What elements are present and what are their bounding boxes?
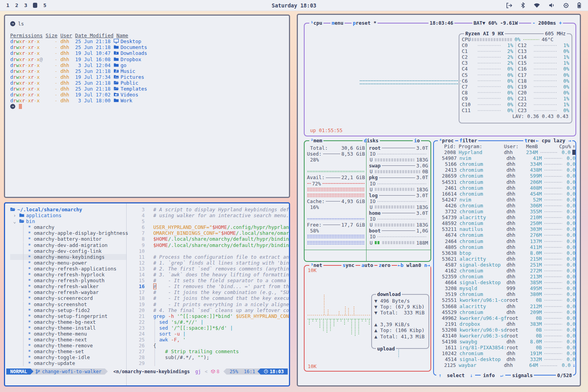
proc-row[interactable]: 54198swaybgdhh8.0M0.0 [434, 339, 575, 345]
cpu-time[interactable]: 18:03:46 [428, 20, 454, 26]
dir-name[interactable]: Desktop [121, 38, 142, 44]
proc-row[interactable]: 53211nautilusdhh303M0.0 [434, 226, 575, 232]
proc-row[interactable]: 2008Hyprlanddhh234M0.0 [434, 149, 575, 155]
tree-file[interactable]: │ * omarchy-theme-next [10, 337, 126, 343]
settings-icon[interactable] [563, 3, 569, 8]
interval-tab[interactable]: - 2000ms + [531, 20, 563, 26]
tree-file[interactable]: │ * omarchy-apple-display-brightness [10, 230, 126, 236]
workspace-1[interactable]: 1 [6, 2, 9, 8]
proc-row[interactable]: 3732chromiumdhh355M0.0 [434, 209, 575, 214]
dir-name[interactable]: Documents [121, 44, 147, 50]
proc-row[interactable]: 4162chromiumdhh272M0.0 [434, 268, 575, 274]
cpu-model[interactable]: Ryzen AI 9 HX [464, 31, 505, 36]
tree-root[interactable]: ~/.local/share/omarchy [10, 207, 126, 212]
tree-file[interactable]: │ * omarchy-setup-fido2 [10, 307, 126, 313]
tree-file[interactable]: │ * omarchy-refresh-applications [10, 266, 126, 272]
tree-file[interactable]: │ * omarchy-refresh-plymouth [10, 278, 126, 283]
proc-row[interactable]: 2464chromiumdhh137M0.0 [434, 238, 575, 244]
workspace-active[interactable] [33, 3, 37, 8]
disks-tab[interactable]: disks [363, 138, 380, 143]
proc-row[interactable]: 4674chromiumdhh276M0.0 [434, 232, 575, 238]
tree-dir-bin[interactable]: ⌄ bin [10, 218, 126, 224]
proc-row[interactable]: 2413chromiumdhh438M0.0 [434, 167, 575, 173]
proc-row[interactable]: 2125waybardhh64M0.0↓ [434, 362, 575, 368]
tree-file[interactable]: │ * omarchy [10, 224, 126, 230]
proc-row[interactable]: 4514signal-desktopdhh332M0.0 [434, 356, 575, 362]
tree-file[interactable]: │ * omarchy-theme-bg-next [10, 319, 126, 325]
io-tab[interactable]: io [413, 138, 421, 143]
preset-tab[interactable]: preset * [352, 20, 377, 26]
proc-row[interactable]: 4426chromiumdhh306M0.0 [434, 203, 575, 209]
filter-tab[interactable]: filter [458, 138, 478, 143]
mem-tab[interactable]: ²mem [309, 138, 323, 143]
workspace-3[interactable]: 3 [24, 2, 27, 8]
dir-name[interactable]: go [121, 62, 127, 68]
volume-icon[interactable] [549, 3, 555, 8]
menu-tab[interactable]: menu [330, 20, 345, 26]
tree-dir-applications[interactable]: › applications [10, 212, 126, 218]
proc-row[interactable]: 52551kworker/u96:1-coroot0B0.0 [434, 297, 575, 303]
proc-row[interactable]: 4587signal-desktopdhh251M0.0 [434, 262, 575, 268]
proc-row[interactable]: 54739alacrittydhh210M0.0 [434, 214, 575, 220]
git-branch[interactable]: change-wofi-to-walker [30, 368, 108, 375]
tree-file[interactable]: │ * omarchy-theme-remove [10, 343, 126, 348]
tree-file[interactable]: │ * omarchy-toggle-idle [10, 354, 126, 360]
proc-row[interactable]: 16614chromiumdhh454M0.0 [434, 191, 575, 197]
logout-icon[interactable] [506, 3, 512, 8]
tree-file[interactable]: │ * omarchy-refresh-hyprlock [10, 272, 126, 278]
proc-row[interactable]: 45529chromiumdhh209M0.0 [434, 309, 575, 315]
typed-command[interactable]: ls [18, 21, 24, 27]
proc-row[interactable]: 53638btopdhh8.0M0.0 [434, 250, 575, 256]
tree-file[interactable]: │ * omarchy-screenrecord [10, 295, 126, 301]
tree-file[interactable]: │ * omarchy-battery-monitor [10, 236, 126, 242]
tree-file[interactable]: │ * omarchy-screenshot [10, 301, 126, 307]
proc-row[interactable]: 2461chromiumdhh408M0.0 [434, 185, 575, 191]
tree-file[interactable]: │ * omarchy-theme-menu [10, 331, 126, 337]
dir-name[interactable]: Music [121, 68, 136, 74]
proc-row[interactable]: 1611irq/81-PIXA3854:root0B0.0 [434, 345, 575, 350]
tree-file[interactable]: │ * omarchy-dev-add-migration [10, 242, 126, 248]
tree-file[interactable]: │ * omarchy-refresh-walker [10, 283, 126, 289]
tree-file[interactable]: │ * omarchy-theme-install [10, 325, 126, 331]
proc-row[interactable]: 53668alacrittydhh212M0.0 [434, 303, 575, 309]
bluetooth-icon[interactable] [521, 2, 525, 8]
proc-row[interactable]: 54247nvimdhh52M0.0 [434, 197, 575, 203]
cpu-tab[interactable]: ¹cpu [309, 20, 323, 26]
workspace-2[interactable]: 2 [15, 2, 18, 8]
proc-row[interactable]: 3519chromiumdhh380M0.0 [434, 291, 575, 297]
battery-icon[interactable] [577, 2, 581, 8]
dir-name[interactable]: Videos [121, 92, 138, 98]
proc-row[interactable]: 53208kworker/u96:0-sdroot0B0.0 [434, 327, 575, 333]
dir-name[interactable]: Public [121, 80, 138, 86]
tree-file[interactable]: │ * omarchy-menu-keybindings [10, 254, 126, 260]
wifi-icon[interactable] [534, 3, 540, 8]
proc-row[interactable]: 53621alacrittydhh215M0.0 [434, 256, 575, 262]
proc-row[interactable]: 43140kworker/u96:3-sdroot0B0.0 [434, 333, 575, 339]
dir-name[interactable]: Downloads [121, 50, 147, 56]
dir-name[interactable]: Templates [121, 86, 147, 92]
proc-row[interactable]: 48592chromiumdhh250M0.0 [434, 220, 575, 226]
dir-name[interactable]: Work [121, 98, 132, 103]
workspace-5[interactable]: 5 [43, 2, 46, 8]
tree-file[interactable]: │ * omarchy-update [10, 360, 126, 366]
proc-row[interactable]: 2191dropboxdhh383M0.0 [434, 321, 575, 327]
tree-file[interactable]: │ * omarchy-setup-fingerprint [10, 313, 126, 319]
proc-row[interactable]: 54907nvimdhh41M0.0 [434, 155, 575, 161]
proc-row[interactable]: 28659chromiumdhh599M0.0 [434, 173, 575, 179]
proc-tab[interactable]: ⁴proc [438, 138, 455, 143]
tree-file[interactable]: │ * omarchy-menu-power [10, 260, 126, 266]
tree-file[interactable]: │ * omarchy-dev-config-link [10, 248, 126, 254]
proc-row[interactable]: 4664signal-desktopdhh385M0.0 [434, 279, 575, 285]
code-editor[interactable]: 3# A script to display Hyprland keybindi… [127, 203, 289, 385]
proc-row[interactable]: 54531chromiumdhh206M0.0 [434, 179, 575, 185]
dir-name[interactable]: Dropbox [121, 56, 142, 62]
proc-row[interactable]: 52359chromiumdhh213M0.0 [434, 274, 575, 279]
battery-status[interactable]: BAT▼ 60% -9.61W [472, 20, 519, 26]
proc-row[interactable]: 5166chromiumdhh334M0.0 [434, 161, 575, 167]
tree-file[interactable]: │ * omarchy-refresh-waybar [10, 289, 126, 295]
proc-row[interactable]: 3208mysqld999495M0.0 [434, 285, 575, 291]
proc-row[interactable]: 4805chromiumdhh411M0.0 [434, 244, 575, 250]
tree-file[interactable]: │ * omarchy-theme-set [10, 348, 126, 354]
proc-row[interactable]: 10242chromiumdhh191M0.0 [434, 350, 575, 356]
proc-row[interactable]: 49962kworker/u96:4-gfroot0B0.0 [434, 315, 575, 321]
